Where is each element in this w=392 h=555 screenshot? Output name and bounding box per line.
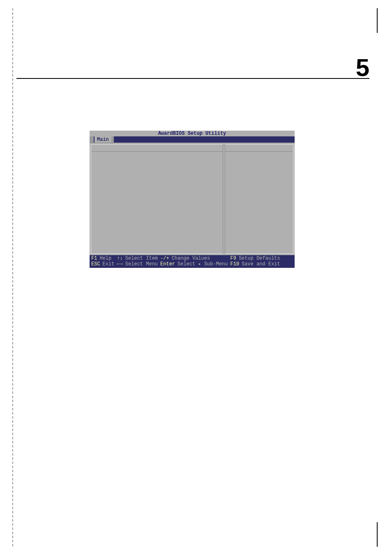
footer-col-3: -/+ Change Values Enter Select ▸ Sub-Men… (160, 256, 228, 267)
footer-key-minusplus: -/+ (160, 256, 169, 261)
footer-key-updown: ↑↓ (117, 256, 122, 261)
page-frame: 5 AwardBIOS Setup Utility Main F1 Help (0, 0, 392, 555)
footer-key-esc: ESC (91, 261, 100, 267)
footer-key-enter: Enter (160, 261, 175, 267)
tab-notch-right (111, 136, 114, 143)
footer-key-f9: F9 (231, 256, 236, 261)
footer-label-change-values: Change Values (172, 256, 210, 261)
footer-label-select-menu: Select Menu (125, 261, 158, 267)
footer-label-setup-defaults: Setup Defaults (239, 256, 280, 261)
bios-side-panel (225, 144, 293, 254)
page-number: 5 (356, 53, 369, 82)
tab-main[interactable]: Main (95, 136, 111, 143)
footer-label-select-submenu: Select ▸ Sub-Menu (178, 261, 228, 267)
footer-key-f10: F10 (231, 261, 240, 267)
bios-footer: F1 Help ESC Exit ↑↓ Select Item ←→ Selec… (90, 255, 295, 268)
bios-title: AwardBIOS Setup Utility (90, 131, 295, 136)
header-horizontal-rule (16, 78, 369, 79)
footer-key-f1: F1 (91, 256, 97, 261)
footer-label-select-item: Select Item (125, 256, 158, 261)
right-margin-line-bottom (377, 522, 378, 547)
footer-label-exit: Exit (103, 261, 115, 267)
right-margin-line-top (377, 8, 378, 33)
footer-col-4: F9 Setup Defaults F10 Save and Exit (231, 256, 280, 267)
bios-side-panel-inner (225, 151, 293, 253)
footer-label-help: Help (99, 256, 111, 261)
left-margin-dashed-line (12, 8, 13, 546)
bios-tab-bar: Main (90, 136, 295, 143)
footer-col-2: ↑↓ Select Item ←→ Select Menu (117, 256, 158, 267)
footer-label-save-exit: Save and Exit (242, 261, 280, 267)
footer-key-leftright: ←→ (117, 261, 122, 267)
bios-main-panel (91, 144, 223, 254)
tab-notch-left (90, 136, 94, 143)
bios-window: AwardBIOS Setup Utility Main F1 Help ESC (90, 131, 295, 268)
footer-col-1: F1 Help ESC Exit (91, 256, 114, 267)
bios-body (90, 143, 295, 255)
bios-main-panel-inner (91, 151, 223, 253)
